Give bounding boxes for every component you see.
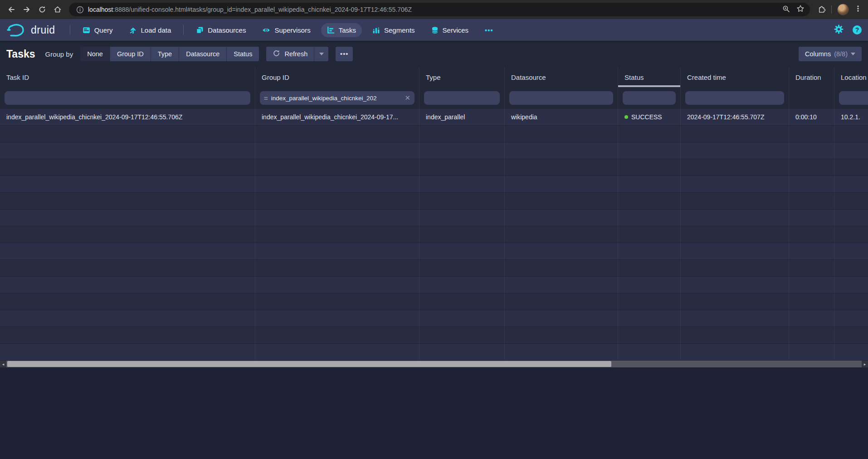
empty-cell: [255, 327, 419, 343]
horizontal-scrollbar: ◂ ▸: [0, 361, 868, 367]
empty-cell: [681, 176, 789, 192]
table-body: index_parallel_wikipedia_chicnkei_2024-0…: [0, 109, 868, 361]
empty-cell: [789, 142, 834, 159]
url-text: localhost:8888/unified-console.html#task…: [88, 6, 778, 13]
zoom-icon[interactable]: [782, 5, 790, 15]
forward-icon[interactable]: [19, 2, 34, 17]
group-id-filter-input[interactable]: = index_parallel_wikipedia_chicnkei_202 …: [260, 91, 414, 105]
empty-cell: [789, 226, 834, 243]
empty-cell: [255, 277, 419, 293]
type-filter-input[interactable]: [424, 91, 500, 105]
profile-avatar[interactable]: [837, 4, 849, 15]
group-by-none-button[interactable]: None: [80, 47, 110, 61]
url-bar[interactable]: localhost:8888/unified-console.html#task…: [69, 3, 810, 16]
druid-logo[interactable]: druid: [6, 23, 55, 37]
empty-cell: [505, 176, 618, 192]
created-time-filter-input[interactable]: [685, 91, 784, 105]
empty-cell: [834, 310, 868, 327]
column-header-location[interactable]: Location: [834, 67, 868, 87]
back-icon[interactable]: [4, 2, 19, 17]
empty-cell: [505, 293, 618, 310]
column-header-datasource[interactable]: Datasource: [505, 67, 618, 87]
columns-count: (8/8): [834, 50, 848, 58]
toolbar-more-button[interactable]: •••: [336, 47, 353, 61]
segments-icon: [372, 26, 380, 34]
status-filter-input[interactable]: [623, 91, 676, 105]
url-path: :8888/unified-console.html#tasks/group_i…: [113, 6, 412, 13]
nav-item-services[interactable]: Services: [425, 23, 475, 37]
datasource-filter-input[interactable]: [509, 91, 613, 105]
group-by-datasource-button[interactable]: Datasource: [179, 47, 227, 61]
column-header-task-id[interactable]: Task ID: [0, 67, 255, 87]
column-header-status[interactable]: Status: [618, 67, 681, 87]
group-by-segmented: None Group ID Type Datasource Status: [80, 47, 259, 61]
nav-item-tasks[interactable]: Tasks: [321, 23, 362, 37]
page-background: [0, 367, 868, 459]
empty-cell: [0, 327, 255, 343]
group-by-type-button[interactable]: Type: [151, 47, 179, 61]
site-info-icon[interactable]: [74, 4, 85, 15]
settings-gear-icon[interactable]: [834, 24, 844, 36]
bookmark-star-icon[interactable]: [796, 5, 805, 15]
empty-cell: [505, 193, 618, 209]
chevron-down-icon: [851, 53, 855, 55]
task-id-filter-input[interactable]: [5, 91, 250, 105]
empty-cell: [505, 260, 618, 276]
empty-cell: [255, 344, 419, 360]
column-header-group-id[interactable]: Group ID: [255, 67, 419, 87]
refresh-button[interactable]: Refresh: [266, 47, 314, 61]
extensions-icon[interactable]: [817, 5, 826, 15]
scrollbar-thumb[interactable]: [7, 361, 611, 367]
empty-cell: [505, 226, 618, 243]
empty-cell: [789, 243, 834, 259]
empty-cell: [681, 260, 789, 276]
empty-cell: [0, 243, 255, 259]
nav-more-button[interactable]: •••: [479, 23, 499, 37]
column-header-type[interactable]: Type: [419, 67, 505, 87]
browser-menu-icon[interactable]: [854, 5, 862, 15]
empty-cell: [505, 310, 618, 327]
nav-item-label: Supervisors: [274, 26, 310, 34]
group-by-group-id-button[interactable]: Group ID: [110, 47, 151, 61]
empty-cell: [618, 210, 681, 226]
nav-item-label: Segments: [384, 26, 415, 34]
nav-item-label: Datasources: [208, 26, 246, 34]
empty-cell: [419, 243, 505, 259]
more-icon: •••: [340, 50, 348, 58]
column-header-created-time[interactable]: Created time: [681, 67, 789, 87]
created-time-cell: 2024-09-17T12:46:55.707Z: [687, 113, 764, 121]
nav-item-supervisors[interactable]: Supervisors: [256, 23, 316, 37]
empty-cell: [834, 226, 868, 243]
location-filter-input[interactable]: [839, 91, 868, 105]
empty-cell: [834, 243, 868, 259]
refresh-icon: [273, 49, 280, 59]
nav-item-datasources[interactable]: Datasources: [190, 23, 252, 37]
column-header-duration[interactable]: Duration: [789, 67, 834, 87]
nav-item-query[interactable]: Query: [77, 23, 119, 37]
nav-item-segments[interactable]: Segments: [366, 23, 421, 37]
empty-table-row: [0, 193, 868, 210]
scroll-right-icon[interactable]: ▸: [862, 361, 868, 367]
empty-cell: [0, 277, 255, 293]
empty-cell: [789, 126, 834, 142]
reload-icon[interactable]: [34, 2, 50, 17]
scroll-left-icon[interactable]: ◂: [0, 361, 6, 367]
empty-cell: [618, 344, 681, 360]
home-icon[interactable]: [50, 2, 65, 17]
more-icon: •••: [485, 26, 493, 34]
empty-cell: [834, 293, 868, 310]
druid-logo-icon: [6, 23, 27, 37]
nav-item-load-data[interactable]: Load data: [123, 23, 177, 37]
scrollbar-track[interactable]: [6, 361, 862, 367]
clear-filter-icon[interactable]: ✕: [405, 94, 410, 102]
help-icon[interactable]: ?: [853, 25, 862, 34]
empty-cell: [618, 126, 681, 142]
table-header-row: Task ID Group ID Type Datasource Status …: [0, 67, 868, 87]
refresh-options-button[interactable]: [314, 47, 328, 61]
empty-cell: [789, 327, 834, 343]
browser-toolbar: localhost:8888/unified-console.html#task…: [0, 0, 868, 19]
task-row[interactable]: index_parallel_wikipedia_chicnkei_2024-0…: [0, 109, 868, 126]
empty-cell: [0, 126, 255, 142]
columns-button[interactable]: Columns (8/8): [799, 47, 862, 61]
group-by-status-button[interactable]: Status: [227, 47, 259, 61]
